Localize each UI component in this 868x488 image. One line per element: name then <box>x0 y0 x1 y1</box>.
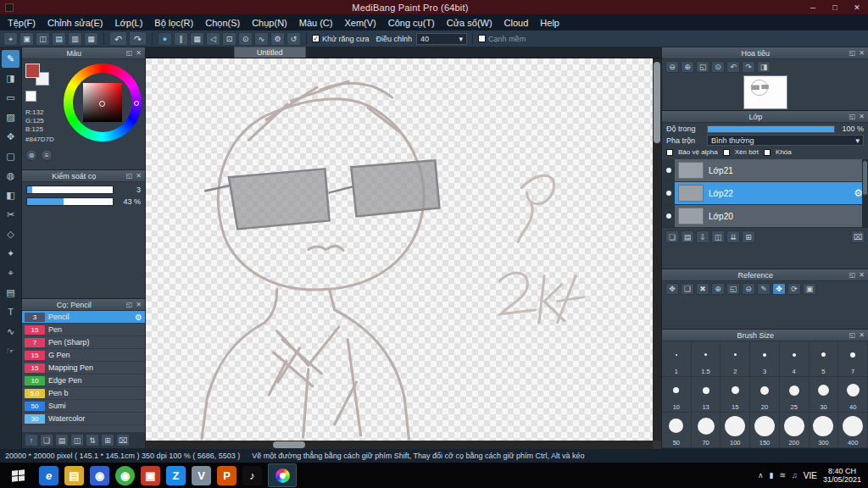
undo-button[interactable]: ↶ <box>109 31 127 46</box>
maximize-button[interactable]: □ <box>824 0 846 14</box>
brush-size-option[interactable]: 2 <box>721 341 750 377</box>
panel-left-icon[interactable]: ▤ <box>52 32 66 46</box>
perspective-snap-icon[interactable]: ∥ <box>174 32 188 46</box>
layer-row-lop20[interactable]: Lớp20 <box>662 205 868 228</box>
popout-icon[interactable]: ◱ <box>126 301 133 308</box>
curve-snap-icon[interactable]: ∿ <box>254 32 269 46</box>
start-button[interactable] <box>2 463 34 488</box>
close-icon[interactable]: ✕ <box>859 49 865 57</box>
layer-row-lop21[interactable]: Lớp21 <box>662 159 868 182</box>
eyedropper-tool-icon[interactable]: ⌖ <box>2 264 19 282</box>
ref-close-image-icon[interactable]: ✖ <box>696 283 709 295</box>
lock-checkbox[interactable] <box>764 149 771 156</box>
mesh-snap-icon[interactable]: ▦ <box>190 32 204 46</box>
menu-item-tools[interactable]: Công cụ(T) <box>382 15 441 30</box>
tiktok-icon[interactable]: ♪ <box>242 466 262 485</box>
transparent-color-swatch[interactable] <box>25 91 36 102</box>
volume-icon[interactable]: ♫ <box>792 471 798 480</box>
close-icon[interactable]: ✕ <box>859 271 865 279</box>
brush-size-option[interactable]: 4 <box>780 341 810 377</box>
new-layer-icon[interactable]: ❏ <box>665 230 679 243</box>
hand-tool-icon[interactable]: ☞ <box>2 342 19 360</box>
menu-item-window[interactable]: Cửa sổ(W) <box>441 15 498 30</box>
canvas[interactable] <box>146 58 653 441</box>
brush-tool-icon[interactable]: ✎ <box>2 50 19 68</box>
ref-reset-icon[interactable]: ▣ <box>803 283 816 295</box>
brush-item-pen-sharp[interactable]: 7 Pen (Sharp) <box>22 336 145 349</box>
gradient-tool-icon[interactable]: ◧ <box>2 186 19 204</box>
brush-size-option[interactable]: 7 <box>838 341 868 377</box>
hue-cursor[interactable] <box>134 101 139 106</box>
grid-snap-icon[interactable]: ⊡ <box>222 32 236 46</box>
horizontal-scrollbar-thumb[interactable] <box>273 441 305 448</box>
gear-icon[interactable]: ⚙ <box>135 313 142 322</box>
rect-tool-icon[interactable]: ▭ <box>2 89 19 107</box>
layer-list-scrollbar[interactable] <box>862 159 868 228</box>
rotate-left-icon[interactable]: ↶ <box>726 61 740 73</box>
text-tool-icon[interactable]: T <box>2 303 19 321</box>
brush-size-option[interactable]: 300 <box>810 413 839 448</box>
close-icon[interactable]: ✕ <box>136 172 142 180</box>
menu-item-cloud[interactable]: Cloud <box>498 15 535 30</box>
adjust-dropdown[interactable]: 40 ▾ <box>416 33 467 45</box>
brush-size-option[interactable]: 1 <box>662 341 692 377</box>
brush-size-option[interactable]: 10 <box>662 377 692 413</box>
popout-icon[interactable]: ◱ <box>849 113 856 120</box>
antialias-dot-icon[interactable]: ● <box>158 32 172 46</box>
brush-size-option[interactable]: 1.5 <box>692 341 721 377</box>
zoom-out-icon[interactable]: ⊖ <box>665 61 679 73</box>
zoom-in-icon[interactable]: ⊕ <box>681 61 694 73</box>
protect-alpha-checkbox[interactable] <box>666 149 673 156</box>
duplicate-brush-icon[interactable]: ◫ <box>70 434 84 446</box>
flip-view-icon[interactable]: ◁ <box>206 32 220 46</box>
brush-item-edge-pen[interactable]: 10 Edge Pen <box>22 374 145 387</box>
brush-size-option[interactable]: 3 <box>750 341 780 377</box>
antialias-checkbox[interactable]: ✓ <box>312 35 320 42</box>
popout-icon[interactable]: ◱ <box>126 172 133 180</box>
comment-icon[interactable]: ◫ <box>36 32 50 46</box>
battery-icon[interactable]: ▮ <box>770 471 774 480</box>
ref-move-icon[interactable]: ✥ <box>665 283 679 295</box>
snap-settings-icon[interactable]: ⚙ <box>270 32 285 46</box>
tone-tool-icon[interactable]: ▨ <box>2 108 19 126</box>
brush-size-option[interactable]: 20 <box>750 377 780 413</box>
medibang-taskbar-button[interactable] <box>268 463 297 487</box>
brush-size-option[interactable]: 15 <box>721 377 750 413</box>
ref-zoom-in-icon[interactable]: ⊕ <box>711 283 725 295</box>
eraser-tool-icon[interactable]: ◨ <box>2 69 19 87</box>
unikey-icon[interactable]: V <box>192 466 211 485</box>
brush-size-option[interactable]: 25 <box>780 377 810 413</box>
color-slider-mode-icon[interactable]: ≡ <box>41 149 53 161</box>
ref-zoom-out-icon[interactable]: ⊖ <box>742 283 755 295</box>
duplicate-layer-icon[interactable]: ◫ <box>711 230 725 243</box>
visibility-cell[interactable] <box>662 205 675 227</box>
popout-icon[interactable]: ◱ <box>126 49 133 57</box>
visibility-eye-icon[interactable] <box>666 191 671 196</box>
sv-cursor[interactable] <box>99 101 105 107</box>
menu-item-help[interactable]: Help <box>534 15 565 30</box>
language-indicator[interactable]: VIE <box>804 471 817 480</box>
close-icon[interactable]: ✕ <box>859 331 865 339</box>
close-icon[interactable]: ✕ <box>136 301 142 308</box>
color-wheel[interactable] <box>64 64 142 141</box>
popout-icon[interactable]: ◱ <box>849 271 856 279</box>
visibility-eye-icon[interactable] <box>666 214 671 219</box>
panel-right-icon[interactable]: ▥ <box>68 32 82 46</box>
opacity-slider[interactable] <box>707 125 835 133</box>
internet-explorer-icon[interactable]: e <box>39 466 58 485</box>
actual-size-icon[interactable]: ⊙ <box>711 61 725 73</box>
brush-item-pen-b[interactable]: 5.0 Pen b <box>22 387 145 400</box>
radial-snap-icon[interactable]: ⊙ <box>238 32 253 46</box>
divide-tool-icon[interactable]: ▤ <box>2 284 19 302</box>
ref-pan-hand-icon[interactable]: ✥ <box>772 283 786 295</box>
brush-size-option[interactable]: 150 <box>750 413 780 448</box>
red-app-icon[interactable]: ▣ <box>141 466 160 485</box>
brush-size-option[interactable]: 100 <box>721 413 750 448</box>
brush-item-watercolor[interactable]: 30 Watercolor <box>22 413 145 425</box>
reorder-brush-icon[interactable]: ⇅ <box>86 434 99 446</box>
clipboard-icon[interactable]: ▣ <box>19 32 34 46</box>
menu-item-filter[interactable]: Bộ lọc(R) <box>148 15 199 30</box>
close-icon[interactable]: ✕ <box>859 113 865 120</box>
network-icon[interactable]: ≋ <box>780 471 787 480</box>
flip-horizontal-icon[interactable]: ◨ <box>757 61 771 73</box>
